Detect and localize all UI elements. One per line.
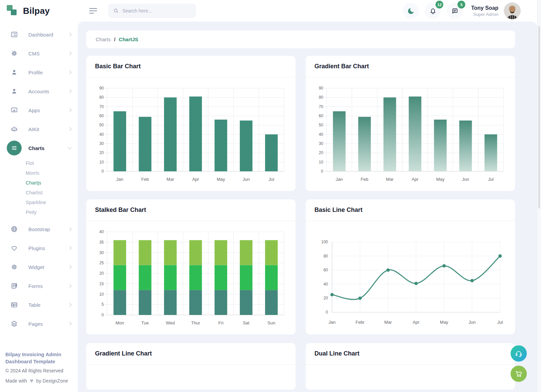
avatar[interactable]: [504, 2, 521, 19]
sidebar-item-table[interactable]: Table: [0, 295, 78, 314]
svg-text:Mar: Mar: [386, 177, 394, 182]
sidebar-submenu-charts: FlotMorrisChartjsChartistSparklinePeity: [0, 157, 78, 220]
made-by-text: by DexignZone: [36, 378, 68, 384]
svg-text:Tue: Tue: [141, 320, 149, 325]
sidebar-item-label: Forms: [28, 283, 68, 289]
svg-text:90: 90: [99, 86, 104, 91]
sliders-icon: [7, 141, 22, 155]
svg-text:Jul: Jul: [268, 177, 274, 182]
scrollbar-track[interactable]: [537, 0, 541, 392]
sidebar-item-cms[interactable]: CMS: [0, 44, 78, 63]
chevron-right-icon: [68, 51, 71, 55]
svg-text:50: 50: [99, 123, 104, 127]
copyright-text: © 2024 All Rights Reserved: [5, 368, 72, 373]
svg-text:0: 0: [326, 310, 328, 315]
search-input[interactable]: [122, 8, 191, 14]
user-menu[interactable]: Tony Soap Super Admin: [471, 5, 498, 17]
cog-icon: [7, 260, 22, 274]
sidebar-item-label: CMS: [28, 51, 68, 56]
sidebar-item-forms[interactable]: Forms: [0, 276, 78, 295]
breadcrumb: Charts / ChartJS: [86, 30, 515, 48]
svg-text:Jul: Jul: [497, 320, 503, 325]
chevron-right-icon: [68, 32, 71, 36]
submenu-item-morris[interactable]: Morris: [0, 168, 78, 178]
card-title: Dual Line Chart: [314, 350, 359, 357]
svg-text:Thur: Thur: [191, 320, 200, 325]
sidebar-item-label: Plugins: [28, 245, 68, 251]
sidebar-item-label: Profile: [28, 70, 68, 75]
svg-text:90: 90: [319, 86, 324, 91]
chevron-right-icon: [68, 70, 71, 74]
svg-text:20: 20: [99, 271, 104, 276]
main-content: Charts / ChartJS Basic Bar Chart 0102030…: [78, 22, 537, 392]
support-button[interactable]: [511, 345, 527, 362]
svg-text:30: 30: [319, 141, 324, 146]
heart-icon: [7, 241, 22, 255]
svg-text:Febr: Febr: [355, 320, 364, 325]
sidebar-item-bootstrap[interactable]: Bootstrap: [0, 220, 78, 239]
svg-text:60: 60: [324, 268, 328, 272]
svg-text:May: May: [440, 320, 448, 325]
chevron-right-icon: [68, 227, 71, 231]
gear-icon: [7, 46, 22, 61]
svg-text:Apr: Apr: [192, 177, 199, 182]
sidebar-item-charts[interactable]: Charts: [0, 139, 78, 157]
sidebar-item-label: Widget: [28, 264, 68, 270]
svg-text:Feb: Feb: [361, 177, 368, 182]
sidebar-item-dashboard[interactable]: Dashboard: [0, 25, 78, 44]
sidebar-item-plugins[interactable]: Plugins: [0, 239, 78, 258]
svg-text:30: 30: [99, 141, 104, 146]
brand-name: Bilpay: [23, 6, 50, 16]
layers-icon: [7, 316, 22, 331]
messages-button[interactable]: 5: [447, 3, 463, 19]
svg-text:40: 40: [99, 132, 104, 137]
basic-line-chart: 020406080100JanFebrMarAprMayJunJul: [312, 226, 508, 328]
svg-text:Jun: Jun: [462, 177, 469, 182]
svg-text:May: May: [217, 177, 225, 182]
svg-text:Jun: Jun: [469, 320, 476, 325]
sidebar-item-aikit[interactable]: AIKit: [0, 120, 78, 139]
svg-text:20: 20: [319, 150, 324, 155]
sidebar-item-accounts[interactable]: Accounts: [0, 82, 78, 101]
hamburger-menu-icon[interactable]: [89, 6, 98, 15]
svg-text:May: May: [436, 177, 445, 182]
sidebar-item-widget[interactable]: Widget: [0, 258, 78, 276]
svg-text:40: 40: [99, 229, 104, 234]
chevron-right-icon: [68, 265, 71, 269]
dark-mode-button[interactable]: [403, 3, 419, 19]
buy-now-button[interactable]: [511, 366, 527, 382]
svg-text:10: 10: [99, 160, 104, 165]
made-with-text: Made with: [5, 378, 27, 384]
card-title: Stalked Bar Chart: [95, 206, 146, 214]
chevron-right-icon: [68, 284, 71, 288]
sidebar-item-label: Bootstrap: [28, 226, 68, 232]
sidebar-item-label: AIKit: [28, 126, 68, 132]
submenu-item-peity[interactable]: Peity: [0, 207, 78, 217]
sidebar-item-apps[interactable]: Apps: [0, 101, 78, 120]
card-basic-line-chart: Basic Line Chart 020406080100JanFebrMarA…: [306, 199, 515, 335]
svg-text:40: 40: [319, 132, 324, 137]
gradient-bar-chart: 0102030405060708090JanFebMarAprMayJunJul: [312, 83, 508, 184]
svg-text:Jun: Jun: [242, 177, 250, 182]
submenu-item-chartjs[interactable]: Chartjs: [0, 178, 78, 188]
breadcrumb-parent-link[interactable]: Charts: [96, 36, 111, 42]
card-dual-line-chart: Dual Line Chart: [306, 343, 515, 390]
svg-text:0: 0: [101, 313, 104, 317]
sidebar-item-profile[interactable]: Profile: [0, 63, 78, 82]
stacked-bar-chart: 0510152025303540MonTueWedThurFriSatSun: [93, 226, 289, 328]
cart-icon: [515, 370, 523, 378]
scrollbar-thumb[interactable]: [538, 26, 540, 209]
submenu-item-chartist[interactable]: Chartist: [0, 188, 78, 197]
submenu-item-flot[interactable]: Flot: [0, 158, 78, 168]
submenu-item-sparkline[interactable]: Sparkline: [0, 197, 78, 207]
user-icon: [7, 65, 22, 80]
robot-icon: [7, 122, 22, 137]
brand-logo[interactable]: Bilpay: [0, 0, 78, 22]
sidebar-item-label: Pages: [28, 321, 68, 327]
cards-grid: Basic Bar Chart 0102030405060708090JanFe…: [86, 56, 515, 390]
sidebar-item-pages[interactable]: Pages: [0, 314, 78, 333]
chevron-right-icon: [68, 246, 71, 250]
notifications-button[interactable]: 12: [425, 3, 441, 19]
svg-text:35: 35: [99, 240, 104, 245]
card-title: Gradient Bar Chart: [314, 63, 369, 70]
